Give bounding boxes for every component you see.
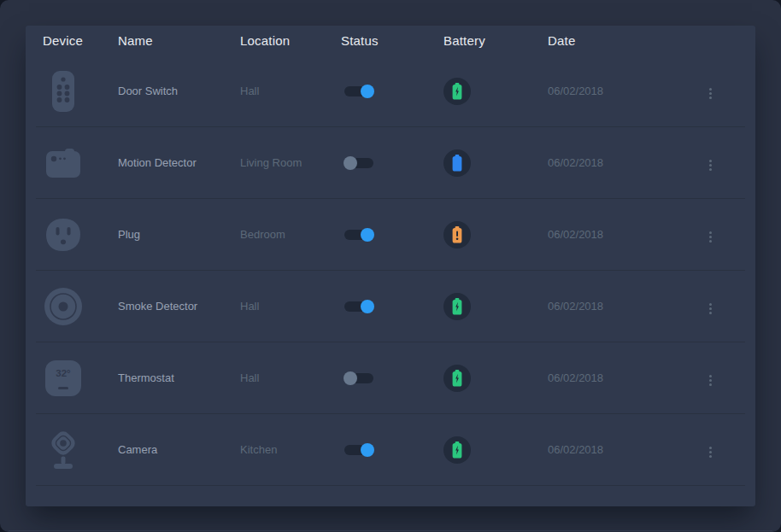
toggle-knob [344,156,357,170]
device-location: Hall [240,300,341,313]
svg-text:32°: 32° [56,368,71,378]
device-name: Motion Detector [118,156,240,169]
column-header-name: Name [118,33,240,48]
device-name: Plug [118,228,240,241]
kebab-menu-icon[interactable] [704,155,717,175]
device-name: Door Switch [118,85,240,97]
kebab-menu-icon[interactable] [704,84,717,103]
status-toggle[interactable] [344,301,373,312]
toggle-knob [361,443,374,457]
column-header-date: Date [548,33,694,48]
device-location: Kitchen [240,443,341,456]
motion-detector-icon [43,140,84,186]
device-date: 06/02/2018 [548,371,694,384]
remote-icon [43,68,84,114]
toggle-knob [361,300,374,313]
status-toggle[interactable] [344,158,373,168]
kebab-menu-icon[interactable] [704,227,717,247]
toggle-knob [344,371,357,385]
kebab-menu-icon[interactable] [704,442,717,462]
table-row: Smoke Detector Hall 06/02/2018 [26,271,755,342]
status-toggle[interactable] [344,373,373,383]
row-divider [36,485,745,486]
status-toggle[interactable] [344,86,373,96]
table-row: Plug Bedroom 06/02/2018 [26,199,755,270]
smoke-detector-icon [43,284,84,330]
status-toggle[interactable] [344,445,373,455]
column-header-device: Device [43,33,118,48]
device-location: Living Room [240,156,341,169]
battery-charging-icon [443,78,471,105]
device-location: Hall [240,371,341,384]
table-row: Motion Detector Living Room 06/02/2018 [26,127,755,198]
table-row: 32° Thermostat Hall 06/02/2018 [26,342,755,413]
battery-charging-icon [443,436,471,464]
kebab-menu-icon[interactable] [704,371,717,390]
battery-charging-icon [443,293,471,320]
table-row: Door Switch Hall 06/02/2018 [26,56,755,126]
device-date: 06/02/2018 [548,300,694,313]
device-date: 06/02/2018 [548,228,694,241]
device-name: Smoke Detector [118,300,240,313]
device-location: Hall [240,85,341,97]
device-name: Thermostat [118,371,240,384]
device-date: 06/02/2018 [548,443,694,456]
device-location: Bedroom [240,228,341,241]
column-header-status: Status [341,33,443,48]
column-header-location: Location [240,33,341,48]
camera-icon [43,427,84,473]
table-header: Device Name Location Status Battery Date [26,26,755,56]
battery-low-icon [443,221,471,248]
toggle-knob [361,228,374,242]
device-name: Camera [118,443,240,456]
column-header-battery: Battery [443,33,548,48]
status-toggle[interactable] [344,230,373,240]
toggle-knob [361,85,374,98]
plug-icon [43,212,84,258]
device-date: 06/02/2018 [548,156,694,169]
device-date: 06/02/2018 [548,85,694,97]
thermostat-icon: 32° [43,355,84,401]
table-body: Door Switch Hall 06/02/2018 Motion Detec… [26,56,755,486]
kebab-menu-icon[interactable] [704,299,717,319]
battery-charging-icon [443,365,471,392]
app-window: Device Name Location Status Battery Date… [0,0,781,532]
battery-full-icon [443,149,471,177]
window-bottom-edge [9,530,772,531]
table-row: Camera Kitchen 06/02/2018 [26,414,755,485]
devices-table-card: Device Name Location Status Battery Date… [26,26,755,506]
